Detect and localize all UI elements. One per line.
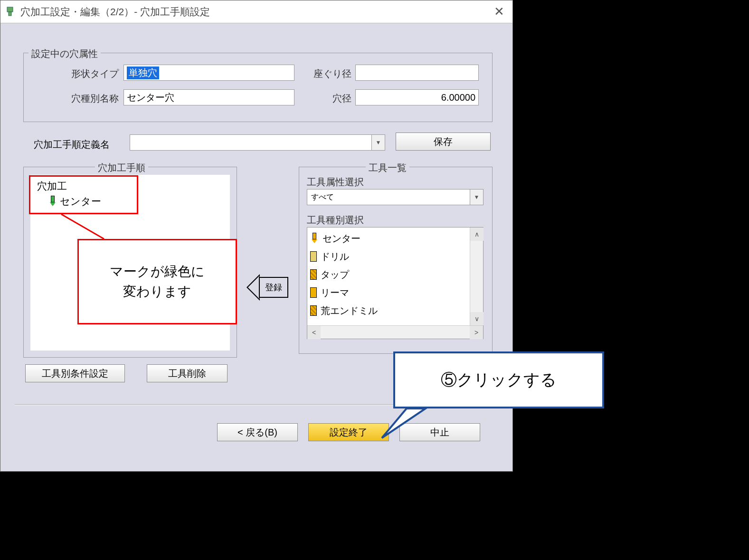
scroll-up-icon[interactable]: ∧: [470, 228, 484, 241]
hole-name-value: センター穴: [127, 91, 174, 104]
list-item-label: タップ: [321, 268, 349, 281]
counterbore-dia-label: 座ぐり径: [304, 67, 351, 80]
counterbore-dia-field[interactable]: [355, 65, 479, 81]
register-label: 登録: [259, 277, 288, 298]
definition-name-label: 穴加工手順定義名: [34, 138, 110, 151]
hole-name-label: 穴種別名称: [52, 92, 119, 105]
tap-tool-icon: [310, 269, 317, 280]
chevron-down-icon[interactable]: ▼: [371, 135, 385, 150]
hole-dia-value: 6.00000: [441, 92, 475, 103]
window-title: 穴加工設定・編集（2/2）- 穴加工手順設定: [20, 5, 490, 19]
annotation-green-note: マークが緑色に 変わります: [77, 239, 237, 324]
annotation-text: 変わります: [123, 284, 191, 299]
svg-rect-1: [9, 12, 11, 16]
drill-tool-icon: [310, 251, 317, 262]
tool-type-list[interactable]: センター ドリル タップ リーマ 荒エンドミル: [307, 227, 484, 339]
shape-type-label: 形状タイプ: [52, 67, 119, 80]
tool-type-label: 工具種別選択: [307, 214, 364, 227]
annotation-text: マークが緑色に: [110, 264, 205, 279]
list-item[interactable]: センター: [310, 229, 469, 247]
definition-name-combo[interactable]: ▼: [130, 134, 385, 151]
group-tool-list: 工具一覧 工具属性選択 すべて ▼ 工具種別選択 センター ドリル タップ: [299, 167, 493, 354]
shape-type-value: 単独穴: [127, 66, 159, 79]
close-icon[interactable]: ✕: [490, 4, 509, 19]
group-legend: 穴加工手順: [95, 161, 148, 174]
shape-type-field[interactable]: 単独穴: [123, 65, 294, 81]
title-bar: 穴加工設定・編集（2/2）- 穴加工手順設定 ✕: [0, 0, 512, 23]
horizontal-scrollbar[interactable]: < >: [307, 325, 483, 339]
rough-endmill-tool-icon: [310, 305, 317, 316]
tool-delete-button[interactable]: 工具削除: [147, 364, 228, 382]
hole-dia-label: 穴径: [304, 92, 351, 105]
center-tool-icon: [310, 233, 319, 244]
back-button[interactable]: < 戻る(B): [217, 423, 298, 441]
list-item-label: ドリル: [321, 250, 349, 263]
hole-dia-field[interactable]: 6.00000: [355, 89, 479, 105]
annotation-callout-tail: [378, 407, 435, 445]
annotation-step5: ⑤クリックする: [393, 351, 604, 408]
group-legend: 工具一覧: [366, 161, 409, 174]
tool-attr-value: すべて: [311, 192, 334, 202]
list-item-label: リーマ: [321, 286, 349, 299]
annotation-text: ⑤クリックする: [441, 369, 557, 391]
finish-button[interactable]: 設定終了: [308, 423, 389, 441]
annotation-highlight-tree: [29, 175, 138, 214]
tool-condition-button[interactable]: 工具別条件設定: [25, 364, 125, 382]
chevron-down-icon[interactable]: ▼: [470, 190, 483, 205]
save-button[interactable]: 保存: [396, 133, 491, 151]
app-icon: [4, 6, 16, 18]
hole-name-field[interactable]: センター穴: [123, 89, 294, 105]
list-item[interactable]: タップ: [310, 266, 469, 284]
list-item[interactable]: ドリル: [310, 247, 469, 266]
list-item[interactable]: 荒エンドミル: [310, 302, 469, 320]
scroll-down-icon[interactable]: ∨: [470, 312, 484, 325]
register-button[interactable]: 登録: [247, 270, 290, 305]
group-hole-attributes: 設定中の穴属性 形状タイプ 単独穴 座ぐり径 穴種別名称 センター穴 穴径 6.…: [23, 53, 493, 122]
scroll-left-icon[interactable]: <: [307, 326, 321, 339]
tool-attr-combo[interactable]: すべて ▼: [307, 189, 484, 205]
vertical-scrollbar[interactable]: ∧ ∨: [470, 228, 483, 325]
group-legend: 設定中の穴属性: [28, 47, 101, 60]
tool-attr-label: 工具属性選択: [307, 176, 364, 189]
list-item[interactable]: リーマ: [310, 284, 469, 302]
list-item-label: センター: [322, 232, 360, 245]
svg-rect-0: [7, 7, 13, 12]
list-item-label: 荒エンドミル: [321, 304, 378, 317]
reamer-tool-icon: [310, 287, 317, 298]
scroll-right-icon[interactable]: >: [470, 326, 483, 339]
svg-marker-3: [382, 408, 426, 438]
